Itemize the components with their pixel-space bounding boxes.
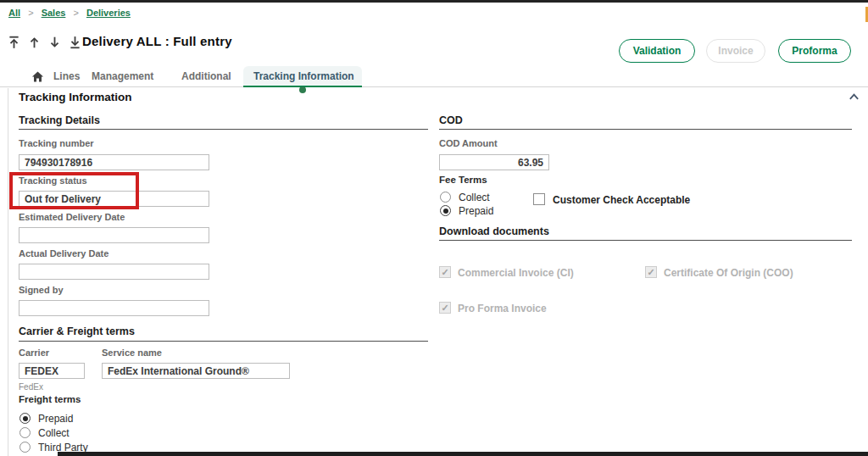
freight-terms-radio-collect[interactable]	[19, 427, 31, 438]
last-record-icon[interactable]	[69, 36, 81, 49]
carrier-label: Carrier	[19, 348, 49, 358]
actual-delivery-date-label: Actual Delivery Date	[19, 248, 108, 259]
page-title: Delivery ALL : Full entry	[82, 34, 232, 48]
carrier-helper-text: FedEx	[19, 382, 43, 392]
first-record-icon[interactable]	[8, 36, 20, 49]
section-title: Tracking Information	[19, 91, 132, 103]
tracking-status-label: Tracking status	[19, 175, 87, 186]
carrier-input[interactable]	[19, 363, 85, 379]
certificate-of-origin-label: Certificate Of Origin (COO)	[664, 267, 793, 279]
breadcrumb-sales[interactable]: Sales	[42, 8, 66, 18]
proforma-button[interactable]: Proforma	[778, 39, 851, 63]
previous-record-icon[interactable]	[28, 36, 41, 49]
cod-rule	[439, 129, 852, 130]
pro-forma-invoice-checkbox: ✓	[439, 302, 451, 314]
tab-tracking-information[interactable]: Tracking Information	[253, 70, 354, 82]
estimated-delivery-date-input[interactable]	[19, 227, 209, 243]
breadcrumb-separator: >	[28, 8, 33, 18]
service-name-input[interactable]	[102, 363, 290, 379]
breadcrumb-all[interactable]: All	[8, 8, 20, 18]
tracking-status-input[interactable]	[19, 191, 209, 207]
download-documents-rule	[439, 240, 852, 241]
signed-by-label: Signed by	[19, 285, 64, 295]
fee-terms-radio-collect[interactable]	[440, 192, 451, 203]
cod-amount-input[interactable]	[439, 154, 549, 170]
collapse-section-chevron-up-icon[interactable]	[849, 92, 860, 101]
tab-management[interactable]: Management	[92, 70, 153, 82]
fee-terms-collect-label[interactable]: Collect	[459, 192, 490, 203]
certificate-of-origin-checkbox: ✓	[645, 266, 657, 278]
carrier-freight-rule	[19, 341, 428, 342]
signed-by-input[interactable]	[19, 300, 209, 316]
freight-terms-label: Freight terms	[19, 394, 81, 404]
customer-check-acceptable-label[interactable]: Customer Check Acceptable	[553, 194, 690, 206]
breadcrumb-separator: >	[73, 8, 78, 18]
carrier-freight-heading: Carrier & Freight terms	[19, 325, 135, 337]
tracking-number-input[interactable]	[19, 154, 209, 170]
window-bottom-border	[58, 452, 868, 456]
freight-terms-radio-prepaid[interactable]	[19, 413, 31, 424]
validation-button[interactable]: Validation	[619, 39, 695, 63]
download-documents-heading: Download documents	[439, 225, 549, 237]
tracking-details-heading: Tracking Details	[19, 114, 100, 126]
estimated-delivery-date-label: Estimated Delivery Date	[19, 212, 125, 222]
freight-terms-collect-label[interactable]: Collect	[38, 427, 70, 439]
content-left-border	[8, 88, 8, 456]
next-record-icon[interactable]	[48, 36, 61, 49]
breadcrumb-deliveries[interactable]: Deliveries	[86, 8, 131, 18]
tracking-number-label: Tracking number	[19, 138, 94, 148]
fee-terms-radio-prepaid[interactable]	[440, 205, 451, 216]
commercial-invoice-checkbox: ✓	[439, 266, 451, 278]
pro-forma-invoice-label: Pro Forma Invoice	[458, 303, 547, 314]
window-top-border	[0, 0, 868, 3]
customer-check-acceptable-checkbox[interactable]	[533, 193, 545, 205]
tab-lines[interactable]: Lines	[53, 70, 80, 82]
commercial-invoice-label: Commercial Invoice (CI)	[458, 267, 574, 279]
cod-heading: COD	[439, 114, 463, 126]
fee-terms-prepaid-label[interactable]: Prepaid	[459, 205, 493, 217]
home-tab-icon[interactable]	[31, 70, 44, 83]
actual-delivery-date-input[interactable]	[19, 264, 209, 280]
active-tab-dot	[299, 86, 306, 93]
breadcrumb: All > Sales > Deliveries	[8, 8, 136, 18]
delivery-tracking-page: All > Sales > Deliveries Delivery ALL : …	[0, 0, 868, 456]
freight-terms-radio-third-party[interactable]	[19, 442, 31, 453]
tracking-details-rule	[19, 129, 428, 130]
service-name-label: Service name	[102, 348, 162, 358]
cod-amount-label: COD Amount	[439, 138, 498, 148]
fee-terms-label: Fee Terms	[439, 175, 487, 185]
invoice-button: Invoice	[706, 39, 765, 63]
record-nav-arrows	[8, 36, 81, 49]
freight-terms-prepaid-label[interactable]: Prepaid	[38, 413, 73, 425]
tab-additional[interactable]: Additional	[181, 70, 231, 82]
tabs-divider-line	[0, 86, 868, 87]
